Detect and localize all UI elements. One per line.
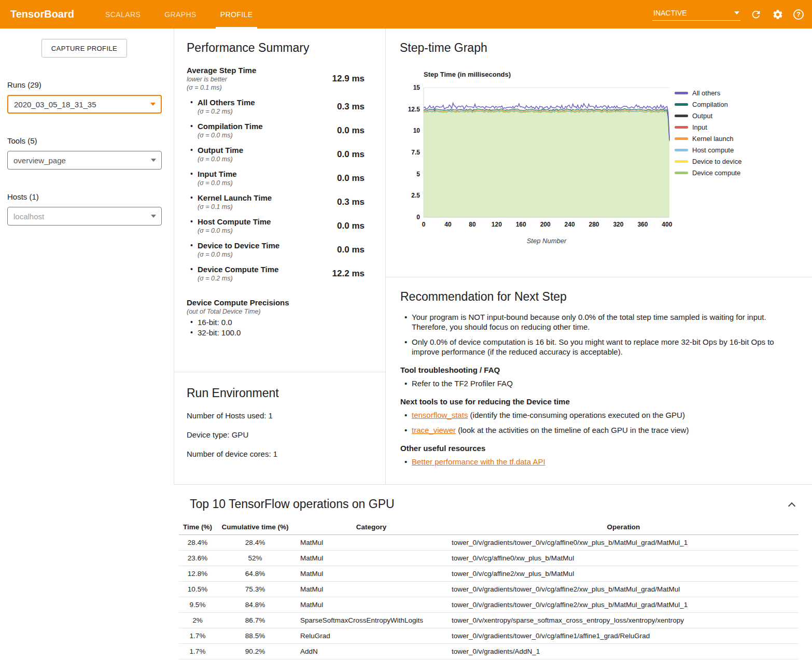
svg-text:0: 0: [422, 221, 426, 228]
table-cell: 1.7%: [179, 659, 216, 661]
table-cell: 2%: [179, 613, 216, 628]
metric-name: Average Step Time: [187, 66, 256, 75]
table-row: 1.7%90.2%AddNtower_0/v/gradients/AddN_1: [179, 644, 799, 659]
table-cell: tower_0/v/gradients/tower_0/v/cg/affine0…: [449, 535, 799, 551]
hosts-select[interactable]: localhost: [7, 207, 162, 226]
metric-label-block: Device to Device Time(σ = 0.0 ms): [187, 241, 279, 259]
metric-name: Device Compute Time: [198, 265, 278, 274]
step-time-graph-section: Step-time Graph Step Time (in millisecon…: [386, 29, 812, 277]
svg-text:15: 15: [413, 84, 421, 91]
table-cell: 28.4%: [179, 535, 216, 551]
resource-link[interactable]: Better performance with the tf.data API: [412, 457, 545, 466]
legend-item: Device compute: [675, 169, 741, 177]
metric-sigma: (σ = 0.2 ms): [198, 107, 255, 116]
svg-text:360: 360: [637, 221, 648, 228]
app-title: TensorBoard: [0, 0, 93, 29]
table-cell: MatMul: [294, 551, 449, 566]
legend-swatch: [675, 126, 688, 129]
legend-label: Output: [692, 112, 712, 120]
legend-label: All others: [692, 89, 720, 97]
column-header: Time (%): [179, 519, 216, 535]
legend-item: Compilation: [675, 101, 741, 108]
tab-profile[interactable]: PROFILE: [208, 0, 265, 29]
refresh-icon: [750, 9, 762, 20]
table-row: 1.7%91.9%ApplyGradientDescentappend_appl…: [179, 659, 799, 661]
metric-sigma: (σ = 0.1 ms): [198, 203, 272, 211]
metric-row: Compilation Time(σ = 0.0 ms)0.0 ms: [187, 119, 365, 143]
legend-swatch: [675, 92, 688, 94]
legend-label: Device compute: [692, 169, 740, 177]
metric-value: 0.0 ms: [337, 245, 365, 255]
metric-value: 0.0 ms: [337, 149, 365, 160]
svg-text:40: 40: [444, 221, 452, 228]
chart-legend: All othersCompilationOutputInputKernel l…: [675, 71, 741, 245]
recommendation-bullet: Your program is NOT input-bound because …: [400, 312, 797, 332]
metric-sigma: (σ = 0.0 ms): [198, 227, 271, 235]
table-cell: 64.8%: [216, 566, 294, 582]
column-header: Operation: [449, 519, 799, 535]
table-cell: 28.4%: [216, 535, 294, 551]
performance-summary-title: Performance Summary: [187, 41, 365, 55]
refresh-button[interactable]: [750, 8, 762, 21]
table-cell: MatMul: [294, 535, 449, 551]
tab-graphs[interactable]: GRAPHS: [152, 0, 208, 29]
tab-scalars[interactable]: SCALARS: [93, 0, 152, 29]
metric-label-block: Kernel Launch Time(σ = 0.1 ms): [187, 193, 272, 211]
metric-row: Kernel Launch Time(σ = 0.1 ms)0.3 ms: [187, 190, 365, 214]
capture-profile-button[interactable]: CAPTURE PROFILE: [41, 39, 127, 58]
hosts-label: Hosts (1): [7, 192, 174, 201]
tools-select-value: overview_page: [13, 156, 66, 165]
app-header: TensorBoard SCALARSGRAPHSPROFILE INACTIV…: [0, 0, 812, 29]
chart-title: Step Time (in milliseconds): [424, 71, 674, 78]
metric-row: Output Time(σ = 0.0 ms)0.0 ms: [187, 143, 365, 166]
chevron-down-icon: [150, 103, 156, 106]
metric-sigma: (σ = 0.1 ms): [187, 83, 256, 92]
summary-column: Performance Summary Average Step Timelow…: [174, 29, 386, 484]
metric-sigma: (σ = 0.0 ms): [198, 155, 243, 163]
chart-area: Step Time (in milliseconds) 02.557.51012…: [400, 71, 674, 245]
svg-text:80: 80: [469, 221, 476, 228]
metric-sigma: (σ = 0.0 ms): [198, 250, 279, 259]
svg-text:240: 240: [565, 221, 575, 228]
runs-select-value: 2020_03_05_18_31_35: [14, 100, 96, 109]
table-row: 9.5%84.8%MatMultower_0/v/gradients/tower…: [179, 597, 799, 613]
runs-select[interactable]: 2020_03_05_18_31_35: [7, 95, 162, 114]
run-environment-lines: Number of Hosts used: 1Device type: GPUN…: [187, 411, 373, 458]
svg-text:2.5: 2.5: [411, 192, 420, 199]
legend-item: Input: [675, 123, 741, 131]
status-select[interactable]: INACTIVE: [652, 8, 740, 21]
table-cell: ApplyGradientDescent: [294, 659, 449, 661]
metric-name: Kernel Launch Time: [198, 193, 272, 203]
next-tool-item: tensorflow_stats (identify the time-cons…: [400, 410, 797, 420]
help-button[interactable]: ?: [793, 9, 804, 20]
collapse-chevron-icon[interactable]: [788, 502, 795, 509]
recommendation-title: Recommendation for Next Step: [400, 290, 797, 304]
performance-summary-section: Performance Summary Average Step Timelow…: [174, 29, 385, 372]
metric-label-block: Device Compute Time(σ = 0.2 ms): [187, 265, 278, 283]
column-header: Category: [294, 519, 449, 535]
next-tools-heading: Next tools to use for reducing the Devic…: [400, 397, 797, 406]
sidebar: CAPTURE PROFILE Runs (29) 2020_03_05_18_…: [0, 29, 174, 661]
table-header-row: Time (%)Cumulative time (%)CategoryOpera…: [179, 519, 799, 535]
settings-button[interactable]: [772, 8, 784, 21]
table-cell: 1.7%: [179, 644, 216, 659]
svg-text:10: 10: [413, 127, 421, 134]
chart-x-axis-label: Step Number: [424, 237, 669, 245]
recommendation-section: Recommendation for Next Step Your progra…: [386, 277, 812, 484]
chevron-down-icon: [734, 11, 739, 15]
legend-swatch: [675, 103, 688, 106]
table-row: 2%86.7%SparseSoftmaxCrossEntropyWithLogi…: [179, 613, 799, 628]
tools-select[interactable]: overview_page: [7, 151, 162, 170]
step-time-graph-title: Step-time Graph: [400, 41, 812, 55]
svg-text:160: 160: [516, 221, 526, 228]
table-row: 23.6%52%MatMultower_0/v/cg/affine0/xw_pl…: [179, 551, 799, 566]
tools-label: Tools (5): [7, 136, 174, 145]
table-cell: 86.7%: [216, 613, 294, 628]
table-cell: 91.9%: [216, 659, 294, 661]
legend-label: Compilation: [692, 101, 728, 108]
gear-icon: [772, 9, 783, 20]
next-tool-link[interactable]: trace_viewer: [412, 426, 456, 434]
faq-item: Refer to the TF2 Profiler FAQ: [400, 378, 797, 388]
svg-text:12.5: 12.5: [408, 106, 421, 113]
next-tool-link[interactable]: tensorflow_stats: [412, 411, 468, 419]
